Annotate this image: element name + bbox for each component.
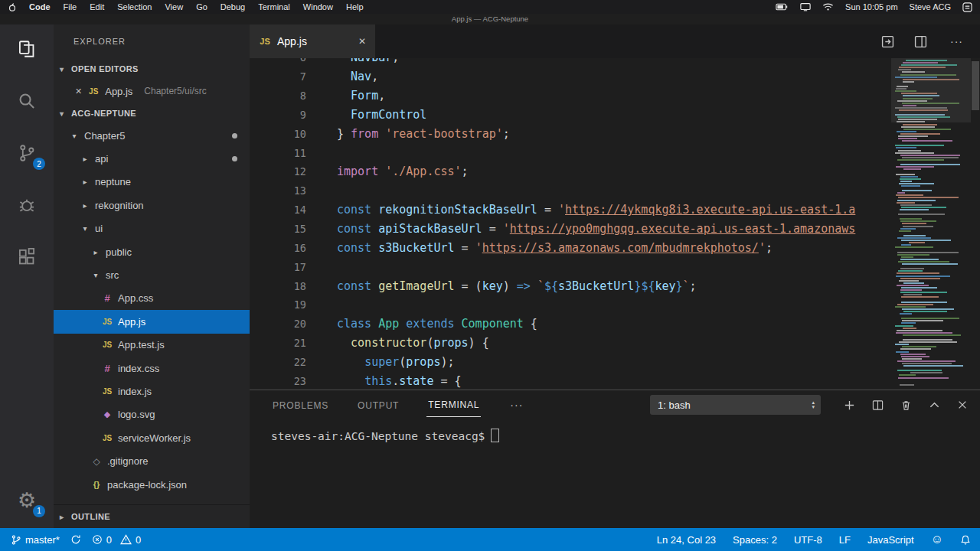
open-editors-header[interactable]: ▾ OPEN EDITORS xyxy=(54,58,250,80)
explorer-sidebar: EXPLORER ▾ OPEN EDITORS ✕ JS App.js Chap… xyxy=(54,24,250,528)
window-title: App.js — ACG-Neptune xyxy=(452,15,528,23)
tree-item-app-js[interactable]: JSApp.js xyxy=(54,310,250,333)
tree-item-label: App.css xyxy=(118,292,153,304)
menubar-item-edit[interactable]: Edit xyxy=(90,2,104,11)
activity-bar: 2 ⚙ 1 xyxy=(0,24,54,528)
tab-problems[interactable]: PROBLEMS xyxy=(271,393,330,417)
tree-item-logo-svg[interactable]: ◆logo.svg xyxy=(54,403,250,426)
menubar-user[interactable]: Steve ACG xyxy=(910,2,951,11)
menubar-item-terminal[interactable]: Terminal xyxy=(258,2,290,11)
menubar-clock[interactable]: Sun 10:05 pm xyxy=(845,2,898,11)
menubar-item-window[interactable]: Window xyxy=(303,2,333,11)
file-icon-js: JS xyxy=(101,434,113,442)
problems-indicator[interactable]: 0 0 xyxy=(92,534,141,546)
tree-item-label: neptune xyxy=(95,176,131,187)
terminal-shell-select[interactable]: 1: bash ▴▾ xyxy=(650,395,821,415)
indentation-indicator[interactable]: Spaces: 2 xyxy=(733,534,777,546)
code-line-6: 6 Navbar, xyxy=(250,58,891,67)
wifi-icon[interactable] xyxy=(822,2,834,11)
open-changes-icon[interactable] xyxy=(881,35,894,48)
tab-app-js[interactable]: JS App.js ✕ xyxy=(250,24,375,58)
modified-dot xyxy=(232,156,237,161)
tab-output[interactable]: OUTPUT xyxy=(356,393,400,417)
scrollbar-thumb[interactable] xyxy=(972,61,979,110)
file-icon-svg: ◆ xyxy=(101,409,113,419)
tree-item-package-lock-json[interactable]: {}package-lock.json xyxy=(54,473,250,496)
branch-indicator[interactable]: master* xyxy=(11,534,60,546)
line-number: 17 xyxy=(250,261,323,273)
sync-button[interactable] xyxy=(70,534,81,545)
code-area[interactable]: 6 Navbar,7 Nav,8 Form,9 FormControl10} f… xyxy=(250,58,891,390)
editor[interactable]: 6 Navbar,7 Nav,8 Form,9 FormControl10} f… xyxy=(250,58,980,390)
feedback-smiley-icon[interactable]: ☺ xyxy=(931,533,943,546)
tree-item-public[interactable]: ▸public xyxy=(54,240,250,263)
split-terminal-icon[interactable] xyxy=(872,399,884,411)
editor-scrollbar[interactable] xyxy=(971,58,980,390)
line-number: 10 xyxy=(250,128,323,140)
open-editor-item[interactable]: ✕ JS App.js Chapter5/ui/src xyxy=(54,80,250,103)
tree-item-src[interactable]: ▾src xyxy=(54,263,250,286)
search-icon[interactable] xyxy=(10,84,44,118)
line-number: 8 xyxy=(250,90,323,102)
tree-item-index-js[interactable]: JSindex.js xyxy=(54,380,250,403)
tree-item-app-css[interactable]: #App.css xyxy=(54,287,250,310)
tree-item-ui[interactable]: ▾ui xyxy=(54,217,250,240)
open-editor-name: App.js xyxy=(105,86,132,97)
tree-item-label: logo.svg xyxy=(118,409,155,420)
panel-more-icon[interactable]: ··· xyxy=(510,399,523,411)
tree-item-label: ui xyxy=(95,223,103,234)
menubar-item-help[interactable]: Help xyxy=(346,2,364,11)
display-icon[interactable] xyxy=(800,2,811,11)
select-arrows-icon: ▴▾ xyxy=(812,400,815,409)
menubar-item-go[interactable]: Go xyxy=(196,2,207,11)
encoding-indicator[interactable]: UTF-8 xyxy=(794,534,822,546)
tree-item-neptune[interactable]: ▸neptune xyxy=(54,171,250,194)
tree-item-label: api xyxy=(95,153,108,165)
menu-extras-icon[interactable] xyxy=(962,2,972,12)
split-editor-icon[interactable] xyxy=(914,35,927,48)
tree-item--gitignore[interactable]: ◇.gitignore xyxy=(54,449,250,472)
tree-item-serviceworker-js[interactable]: JSserviceWorker.js xyxy=(54,426,250,449)
tree-item-chapter5[interactable]: ▾Chapter5 xyxy=(54,124,250,147)
source-control-icon[interactable]: 2 xyxy=(10,136,44,170)
more-actions-icon[interactable]: ··· xyxy=(950,35,963,47)
terminal[interactable]: steves-air:ACG-Neptune steveacg$ xyxy=(250,419,980,528)
outline-header[interactable]: ▸ OUTLINE xyxy=(54,504,250,528)
tree-item-rekognition[interactable]: ▸rekognition xyxy=(54,194,250,217)
tree-item-app-test-js[interactable]: JSApp.test.js xyxy=(54,334,250,357)
close-icon[interactable]: ✕ xyxy=(75,86,82,96)
eol-indicator[interactable]: LF xyxy=(839,534,851,546)
tree-item-label: public xyxy=(106,246,132,258)
tree-item-api[interactable]: ▸api xyxy=(54,147,250,170)
kill-terminal-trash-icon[interactable] xyxy=(900,399,912,411)
maximize-panel-icon[interactable] xyxy=(929,399,940,411)
language-indicator[interactable]: JavaScript xyxy=(867,534,914,546)
explorer-icon[interactable] xyxy=(10,32,44,66)
tab-terminal[interactable]: TERMINAL xyxy=(426,393,481,417)
settings-gear-icon[interactable]: ⚙ 1 xyxy=(10,484,44,517)
apple-menu[interactable] xyxy=(8,2,17,12)
project-root-header[interactable]: ▾ ACG-NEPTUNE xyxy=(54,103,250,124)
menubar-item-code[interactable]: Code xyxy=(29,2,51,11)
battery-icon[interactable] xyxy=(776,3,789,11)
tree-item-index-css[interactable]: #index.css xyxy=(54,357,250,380)
notifications-bell-icon[interactable] xyxy=(960,534,971,546)
menubar-item-debug[interactable]: Debug xyxy=(220,2,245,11)
cursor-position[interactable]: Ln 24, Col 23 xyxy=(657,534,716,546)
chevron-down-icon: ▾ xyxy=(60,109,67,118)
menubar-item-selection[interactable]: Selection xyxy=(117,2,152,11)
extensions-icon[interactable] xyxy=(10,240,44,274)
warning-icon xyxy=(120,534,132,545)
new-terminal-icon[interactable] xyxy=(844,399,855,411)
tree-item-label: src xyxy=(106,269,119,281)
debug-icon[interactable] xyxy=(10,188,44,222)
close-icon[interactable]: ✕ xyxy=(358,36,366,47)
menubar-item-view[interactable]: View xyxy=(165,2,183,11)
panel-header: PROBLEMS OUTPUT TERMINAL ··· 1: bash ▴▾ xyxy=(250,390,980,419)
menubar-item-file[interactable]: File xyxy=(64,2,77,11)
minimap-slider[interactable] xyxy=(891,58,971,122)
minimap[interactable] xyxy=(891,58,971,390)
close-panel-icon[interactable] xyxy=(957,399,968,410)
code-line-23: 23 this.state = { xyxy=(250,371,891,390)
code-line-8: 8 Form, xyxy=(250,86,891,106)
